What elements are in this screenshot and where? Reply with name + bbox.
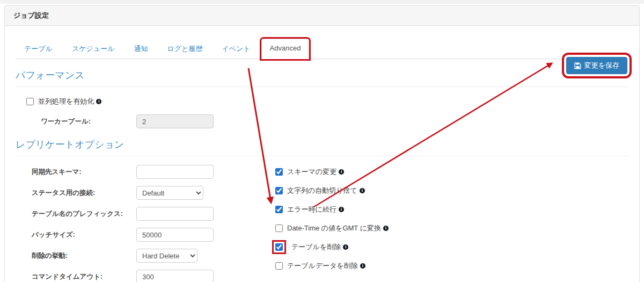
batch-size-row: バッチサイズ:: [16, 228, 214, 242]
string-truncate-checkbox[interactable]: [275, 187, 283, 194]
save-floppy-icon: [574, 62, 581, 69]
section-title-performance: パフォーマンス: [16, 69, 628, 87]
tab-logs-history[interactable]: ログと履歴: [158, 39, 211, 59]
info-icon[interactable]: [96, 99, 101, 104]
status-connection-select[interactable]: Default: [136, 186, 203, 200]
info-icon[interactable]: [343, 244, 348, 250]
replicate-fields-column: 同期先スキーマ: ステータス用の接続: Default テーブル名のプレフィック…: [16, 165, 214, 282]
delete-behavior-select[interactable]: Hard Delete: [136, 249, 197, 263]
parallel-processing-label: 並列処理を有効化: [38, 97, 94, 106]
card-title: ジョブ設定: [5, 6, 639, 26]
drop-table-row: テーブルを削除: [275, 242, 389, 252]
drop-table-checkbox[interactable]: [275, 243, 283, 251]
target-schema-row: 同期先スキーマ:: [16, 165, 214, 179]
table-prefix-input[interactable]: [136, 207, 214, 221]
info-icon[interactable]: [383, 226, 389, 231]
target-schema-label: 同期先スキーマ:: [16, 168, 136, 177]
tab-events[interactable]: イベント: [213, 39, 259, 59]
worker-pool-row: ワーカープール:: [16, 114, 628, 128]
schema-changes-checkbox[interactable]: [275, 168, 283, 176]
command-timeout-label: コマンドタイムアウト:: [16, 272, 136, 281]
replicate-checkbox-column: スキーマの変更 文字列の自動切り捨て エラー時に続行 Date-Time の値を…: [275, 165, 389, 282]
annotation-box-drop-table: [272, 240, 286, 254]
continue-on-error-label: エラー時に続行: [287, 205, 336, 214]
status-connection-row: ステータス用の接続: Default: [16, 186, 214, 200]
batch-size-label: バッチサイズ:: [16, 230, 136, 240]
delete-table-data-row: テーブルデータを削除: [275, 261, 389, 271]
delete-table-data-label: テーブルデータを削除: [287, 261, 358, 271]
replicate-options-columns: 同期先スキーマ: ステータス用の接続: Default テーブル名のプレフィック…: [16, 165, 628, 282]
worker-pool-label: ワーカープール:: [16, 117, 136, 126]
worker-pool-input: [136, 114, 214, 128]
continue-on-error-checkbox[interactable]: [275, 206, 283, 213]
tab-advanced[interactable]: Advanced: [261, 39, 310, 59]
delete-behavior-row: 削除の挙動: Hard Delete: [16, 249, 214, 263]
delete-behavior-label: 削除の挙動:: [16, 251, 136, 261]
schema-changes-row: スキーマの変更: [275, 167, 389, 177]
batch-size-input[interactable]: [136, 228, 214, 242]
info-icon[interactable]: [339, 169, 344, 175]
continue-on-error-row: エラー時に続行: [275, 205, 389, 214]
target-schema-input[interactable]: [136, 165, 214, 179]
datetime-gmt-checkbox[interactable]: [275, 225, 283, 232]
info-icon[interactable]: [360, 263, 365, 269]
tab-schedule[interactable]: スケジュール: [63, 39, 123, 59]
page-top-strip: [0, 0, 644, 4]
string-truncate-row: 文字列の自動切り捨て: [275, 186, 389, 196]
save-changes-button[interactable]: 変更を保存: [566, 57, 627, 74]
datetime-gmt-label: Date-Time の値をGMT に変換: [287, 223, 381, 233]
delete-table-data-checkbox[interactable]: [275, 262, 283, 270]
table-prefix-label: テーブル名のプレフィックス:: [16, 209, 136, 219]
command-timeout-input[interactable]: [136, 270, 214, 282]
section-title-replicate: レプリケートオプション: [16, 138, 628, 156]
parallel-processing-checkbox[interactable]: [26, 98, 34, 105]
schema-changes-label: スキーマの変更: [287, 167, 336, 177]
status-connection-label: ステータス用の接続:: [16, 189, 136, 198]
datetime-gmt-row: Date-Time の値をGMT に変換: [275, 223, 389, 233]
tab-bar: テーブル スケジュール 通知 ログと履歴 イベント Advanced: [16, 39, 628, 59]
info-icon[interactable]: [339, 207, 344, 212]
table-prefix-row: テーブル名のプレフィックス:: [16, 207, 214, 221]
string-truncate-label: 文字列の自動切り捨て: [287, 186, 357, 196]
tab-notifications[interactable]: 通知: [125, 39, 156, 59]
job-settings-card: ジョブ設定 変更を保存 テーブル スケジュール 通知 ログと履歴 イベント Ad…: [4, 5, 640, 282]
command-timeout-row: コマンドタイムアウト:: [16, 270, 214, 282]
save-button-label: 変更を保存: [584, 61, 619, 70]
tab-tables[interactable]: テーブル: [16, 39, 61, 59]
info-icon[interactable]: [360, 188, 365, 193]
drop-table-label: テーブルを削除: [291, 242, 341, 252]
parallel-processing-row: 並列処理を有効化: [16, 97, 628, 106]
card-body: 変更を保存 テーブル スケジュール 通知 ログと履歴 イベント Advanced…: [5, 26, 639, 282]
